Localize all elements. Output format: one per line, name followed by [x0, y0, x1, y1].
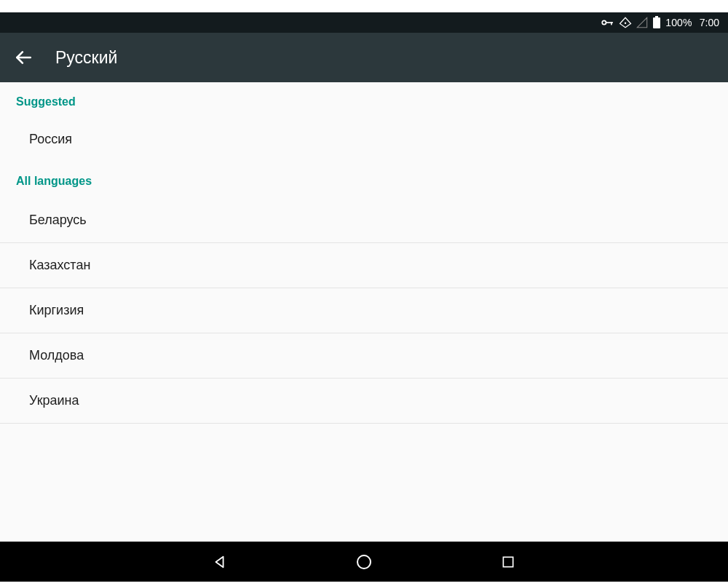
list-item[interactable]: Молдова [0, 333, 728, 379]
svg-rect-8 [503, 557, 513, 566]
app-bar: Русский [0, 33, 728, 82]
svg-point-0 [602, 20, 606, 24]
svg-point-7 [357, 555, 371, 569]
letterbox-top [0, 0, 728, 12]
nav-back-button[interactable] [210, 552, 230, 572]
svg-point-3 [625, 23, 626, 24]
list-item[interactable]: Киргизия [0, 288, 728, 333]
battery-icon [652, 16, 661, 29]
list-item[interactable]: Россия [0, 117, 728, 162]
letterbox-bottom [0, 582, 728, 586]
svg-rect-4 [653, 17, 660, 28]
section-header-all: All languages [0, 162, 728, 197]
list-item[interactable]: Беларусь [0, 198, 728, 243]
back-button[interactable] [13, 47, 33, 68]
vpn-key-icon [600, 15, 614, 30]
battery-percent: 100% [665, 17, 692, 28]
wifi-icon [619, 16, 632, 29]
svg-rect-5 [655, 16, 658, 18]
nav-home-button[interactable] [354, 552, 374, 572]
navigation-bar [0, 542, 728, 582]
cell-signal-icon [636, 17, 648, 28]
nav-recent-button[interactable] [498, 552, 518, 572]
status-clock: 7:00 [700, 17, 719, 28]
list-item[interactable]: Казахстан [0, 243, 728, 288]
section-header-suggested: Suggested [0, 82, 728, 117]
all-languages-list: Беларусь Казахстан Киргизия Молдова Укра… [0, 198, 728, 424]
content-area: Suggested Россия All languages Беларусь … [0, 82, 728, 542]
svg-rect-2 [611, 22, 612, 25]
status-bar: 100% 7:00 [0, 12, 728, 33]
page-title: Русский [55, 48, 117, 68]
list-item[interactable]: Украина [0, 379, 728, 424]
